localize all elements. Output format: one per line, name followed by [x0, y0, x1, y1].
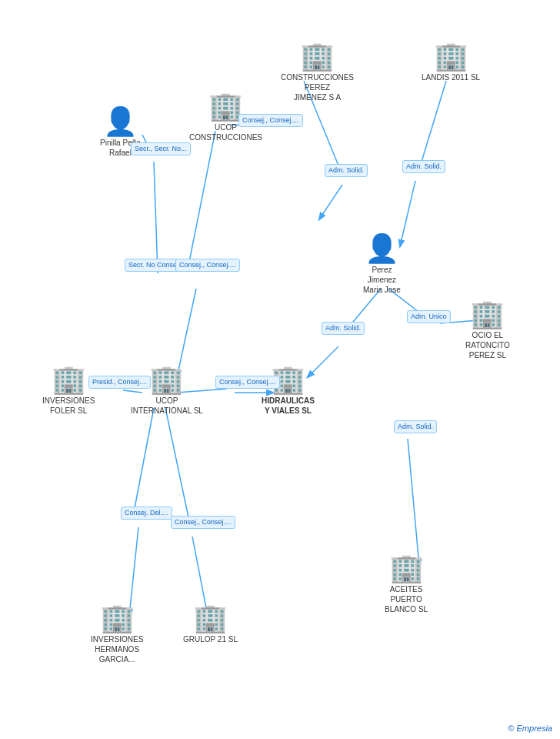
building-icon-inversiones-foler: 🏢	[52, 366, 86, 393]
badge-consej-ucop-const[interactable]: Consej., Consej....	[238, 114, 303, 127]
node-ucop-international[interactable]: 🏢 UCOP INTERNATIONAL SL	[131, 366, 203, 416]
label-ucop-international: UCOP INTERNATIONAL SL	[131, 396, 203, 416]
badge-consej-consej-grulop[interactable]: Consej., Consej....	[171, 516, 235, 529]
person-icon-pinilla: 👤	[103, 108, 138, 135]
person-icon-perez-jimenez: 👤	[365, 235, 399, 262]
badge-presid-ucop-int[interactable]: Presid., Consej....	[88, 376, 151, 389]
badge-adm-solid-aceites[interactable]: Adm. Solid.	[394, 420, 437, 433]
svg-line-1	[154, 162, 158, 273]
building-icon-landis: 🏢	[434, 42, 468, 70]
badge-consej-del-inversiones-h[interactable]: Consej. Del....	[121, 507, 172, 520]
label-grulop: GRULOP 21 SL	[183, 634, 238, 644]
node-inversiones-hermanos[interactable]: 🏢 INVERSIONES HERMANOS GARCIA...	[91, 604, 143, 664]
svg-line-17	[135, 408, 154, 508]
svg-line-6	[422, 81, 446, 162]
badge-consej-consej-ucop-int3[interactable]: Consej., Consej....	[215, 376, 280, 389]
label-inversiones-hermanos: INVERSIONES HERMANOS GARCIA...	[91, 634, 143, 664]
svg-line-19	[165, 408, 188, 517]
badge-adm-unico-perez[interactable]: Adm. Unico	[407, 310, 451, 323]
node-grulop[interactable]: 🏢 GRULOP 21 SL	[183, 604, 238, 644]
watermark-text: © Empresia	[508, 724, 552, 733]
diagram: 🏢 HIDRAULICAS Y VIALES SL 🏢 UCOP INTERNA…	[0, 0, 560, 739]
building-icon-ucop-international: 🏢	[149, 366, 184, 393]
label-ocio-ratoncito: OCIO EL RATONCITO PEREZ SL	[465, 330, 510, 360]
node-construcciones-perez[interactable]: 🏢 CONSTRUCCIONES PEREZ JIMENEZ S A	[281, 42, 354, 102]
label-inversiones-foler: INVERSIONES FOLER SL	[42, 396, 95, 416]
node-hidraulicas[interactable]: 🏢 HIDRAULICAS Y VIALES SL	[262, 366, 315, 416]
node-perez-jimenez[interactable]: 👤 Perez Jimenez Maria Jose	[363, 235, 401, 295]
building-icon-grulop: 🏢	[193, 604, 228, 632]
badge-adm-solid-landis[interactable]: Adm. Solid.	[402, 160, 445, 173]
svg-line-21	[188, 131, 215, 266]
label-landis: LANDIS 2011 SL	[422, 72, 480, 82]
building-icon-aceites: 🏢	[389, 554, 424, 582]
svg-line-5	[319, 185, 342, 219]
badge-adm-solid-construcciones[interactable]: Adm. Solid.	[325, 164, 368, 177]
label-aceites: ACEITES PUERTO BLANCO SL	[385, 584, 428, 614]
building-icon-ocio-ratoncito: 🏢	[470, 300, 505, 328]
badge-consej-consej-ucop-int2[interactable]: Consej., Consej....	[175, 259, 240, 272]
badge-adm-solid-hidraulicas[interactable]: Adm. Solid.	[322, 322, 365, 335]
label-construcciones-perez: CONSTRUCCIONES PEREZ JIMENEZ S A	[281, 72, 354, 102]
building-icon-inversiones-hermanos: 🏢	[100, 604, 135, 632]
svg-line-7	[400, 181, 415, 246]
svg-line-12	[408, 439, 419, 566]
node-landis[interactable]: 🏢 LANDIS 2011 SL	[422, 42, 480, 82]
node-aceites[interactable]: 🏢 ACEITES PUERTO BLANCO SL	[385, 554, 428, 614]
building-icon-construcciones-perez: 🏢	[300, 42, 335, 70]
node-ocio-ratoncito[interactable]: 🏢 OCIO EL RATONCITO PEREZ SL	[465, 300, 510, 360]
watermark: © Empresia	[508, 724, 552, 733]
label-hidraulicas: HIDRAULICAS Y VIALES SL	[262, 396, 315, 416]
label-perez-jimenez: Perez Jimenez Maria Jose	[363, 265, 401, 295]
node-inversiones-foler[interactable]: 🏢 INVERSIONES FOLER SL	[42, 366, 95, 416]
badge-secr-pinilla[interactable]: Secr., Secr. No...	[131, 142, 191, 155]
